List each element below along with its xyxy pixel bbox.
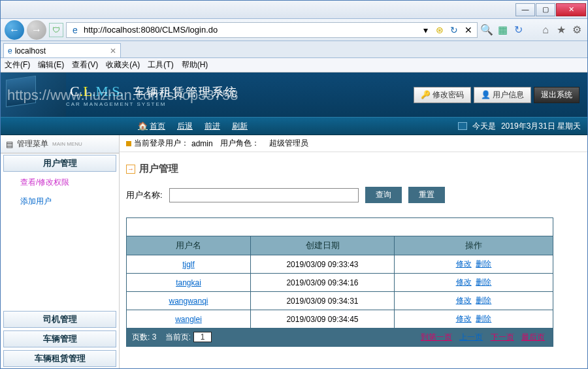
- window-titlebar: — ▢ ✕: [1, 1, 587, 19]
- delete-link[interactable]: 删除: [476, 259, 491, 268]
- table-row: tangkai2019/03/09 09:34:16修改 删除: [127, 274, 553, 292]
- menu-help[interactable]: 帮助(H): [182, 59, 208, 71]
- delete-link[interactable]: 删除: [476, 314, 491, 323]
- home-icon[interactable]: ⌂: [539, 24, 552, 36]
- sidebar-cat-rent[interactable]: 车辆租赁管理: [3, 350, 116, 367]
- close-button[interactable]: ✕: [556, 3, 586, 16]
- logo-monitor-icon: [1, 72, 66, 117]
- tab-bar: e localhost ✕: [1, 41, 587, 58]
- cell-date: 2019/03/09 09:33:43: [251, 255, 395, 274]
- refresh-icon[interactable]: ↻: [448, 24, 460, 36]
- status-dot-icon: [126, 141, 131, 146]
- nav-refresh[interactable]: 刷新: [232, 121, 248, 132]
- favorites-icon[interactable]: ★: [555, 24, 568, 36]
- sync-icon[interactable]: ↻: [512, 24, 525, 36]
- table-title: 用户信息: [127, 218, 553, 236]
- current-page: 1: [193, 332, 212, 342]
- sidebar-cat-driver[interactable]: 司机管理: [3, 311, 116, 328]
- date-prefix: 今天是: [472, 121, 496, 132]
- logout-button[interactable]: 退出系统: [534, 87, 580, 103]
- cell-date: 2019/03/09 09:34:45: [251, 310, 395, 329]
- cell-date: 2019/03/09 09:34:31: [251, 292, 395, 310]
- sidebar-item-add-user[interactable]: 添加用户: [1, 192, 119, 211]
- app-logo-text: C.L.M.S.: [70, 83, 123, 99]
- search-icon[interactable]: 🔍: [480, 24, 493, 36]
- user-table: 用户信息 用户名 创建日期 操作 tjglf2019/03/09 09:33:4…: [126, 217, 553, 347]
- pager-prev[interactable]: 上一页: [459, 332, 483, 342]
- query-button[interactable]: 查询: [365, 187, 402, 203]
- pager-first[interactable]: 到第一页: [421, 332, 452, 342]
- security-badge-icon[interactable]: 🛡: [49, 23, 63, 37]
- menu-edit[interactable]: 编辑(E): [38, 59, 64, 71]
- sidebar-cat-user[interactable]: 用户管理: [3, 155, 116, 172]
- url-field[interactable]: e ▾ ⊛ ↻ ✕: [66, 22, 478, 38]
- user-link[interactable]: wanglei: [175, 315, 202, 324]
- search-label: 用户名称:: [126, 189, 163, 201]
- reset-button[interactable]: 重置: [408, 187, 445, 203]
- arrow-icon: →: [126, 165, 135, 174]
- minimize-button[interactable]: —: [515, 3, 535, 16]
- pager: 页数: 3 当前页:1 到第一页 上一页 下一页 最后页: [127, 329, 553, 347]
- pager-last[interactable]: 最后页: [521, 332, 545, 342]
- url-input[interactable]: [84, 25, 417, 35]
- monitor-icon: [458, 122, 467, 130]
- page-count: 3: [152, 332, 157, 342]
- ie-logo-icon: e: [8, 46, 12, 56]
- menu-favorites[interactable]: 收藏夹(A): [106, 59, 140, 71]
- app-name-sub: CAR MANAGEMENT SYSTEM: [66, 101, 238, 107]
- nav-forward-icon[interactable]: →: [27, 20, 46, 40]
- status-line: 当前登录用户：admin 用户角色： 超级管理员: [120, 135, 587, 152]
- menu-icon: ▤: [6, 140, 13, 149]
- sidebar-item-view-perm[interactable]: 查看/修改权限: [1, 173, 119, 192]
- nav-home[interactable]: 🏠首页: [138, 121, 165, 132]
- edit-link[interactable]: 修改: [456, 259, 472, 268]
- menu-file[interactable]: 文件(F): [5, 59, 30, 71]
- stop-icon[interactable]: ✕: [463, 24, 474, 36]
- ie-logo-icon: e: [69, 24, 81, 36]
- delete-link[interactable]: 删除: [476, 278, 491, 287]
- page-title: → 用户管理: [126, 163, 587, 175]
- maximize-button[interactable]: ▢: [536, 3, 555, 16]
- pager-next[interactable]: 下一页: [491, 332, 514, 342]
- sidebar: ▤ 管理菜单 MAIN MENU 用户管理 查看/修改权限 添加用户 司机管理 …: [1, 135, 120, 368]
- address-bar: ← → 🛡 e ▾ ⊛ ↻ ✕ 🔍 ▦ ↻ ⌂ ★ ⚙: [1, 19, 587, 41]
- edit-link[interactable]: 修改: [456, 296, 472, 305]
- close-tab-icon[interactable]: ✕: [110, 46, 116, 56]
- col-username: 用户名: [127, 236, 251, 255]
- dropdown-icon[interactable]: ▾: [419, 24, 431, 36]
- table-row: tjglf2019/03/09 09:33:43修改 删除: [127, 255, 553, 274]
- tab-title: localhost: [15, 46, 46, 56]
- user-link[interactable]: tjglf: [182, 260, 195, 269]
- user-info-button[interactable]: 👤用户信息: [474, 87, 531, 103]
- sidebar-title: ▤ 管理菜单 MAIN MENU: [1, 135, 119, 153]
- gear-icon[interactable]: ⚙: [570, 24, 583, 36]
- browser-tab[interactable]: e localhost ✕: [3, 43, 121, 57]
- nav-back[interactable]: 后退: [177, 121, 193, 132]
- change-password-button[interactable]: 🔑修改密码: [414, 87, 471, 103]
- ie-menu-bar: 文件(F) 编辑(E) 查看(V) 收藏夹(A) 工具(T) 帮助(H): [1, 58, 587, 72]
- compat-icon[interactable]: ⊛: [434, 24, 446, 36]
- user-link[interactable]: wangwanqi: [169, 297, 208, 306]
- user-link[interactable]: tangkai: [176, 278, 201, 287]
- nav-back-icon[interactable]: ←: [5, 20, 24, 40]
- username-search-input[interactable]: [169, 188, 359, 202]
- sidebar-cat-car[interactable]: 车辆管理: [3, 330, 116, 347]
- col-ops: 操作: [395, 236, 553, 255]
- edit-link[interactable]: 修改: [456, 314, 472, 323]
- col-created: 创建日期: [251, 236, 395, 255]
- home-icon: 🏠: [138, 121, 148, 131]
- current-date: 2019年3月31日 星期天: [501, 121, 581, 132]
- key-icon: 🔑: [421, 90, 431, 99]
- user-icon: 👤: [481, 90, 491, 99]
- delete-link[interactable]: 删除: [476, 296, 491, 305]
- feeds-icon[interactable]: ▦: [496, 24, 509, 36]
- main-content: 当前登录用户：admin 用户角色： 超级管理员 → 用户管理 用户名称: 查询…: [120, 135, 587, 368]
- menu-tools[interactable]: 工具(T): [148, 59, 173, 71]
- app-header: C.L.M.S. 车辆租赁管理系统 CAR MANAGEMENT SYSTEM …: [1, 72, 587, 117]
- nav-forward[interactable]: 前进: [204, 121, 220, 132]
- table-row: wanglei2019/03/09 09:34:45修改 删除: [127, 310, 553, 329]
- edit-link[interactable]: 修改: [456, 278, 472, 287]
- nav-bar: 🏠首页 后退 前进 刷新 今天是 2019年3月31日 星期天: [1, 117, 587, 135]
- app-name: 车辆租赁管理系统: [133, 86, 238, 99]
- menu-view[interactable]: 查看(V): [72, 59, 98, 71]
